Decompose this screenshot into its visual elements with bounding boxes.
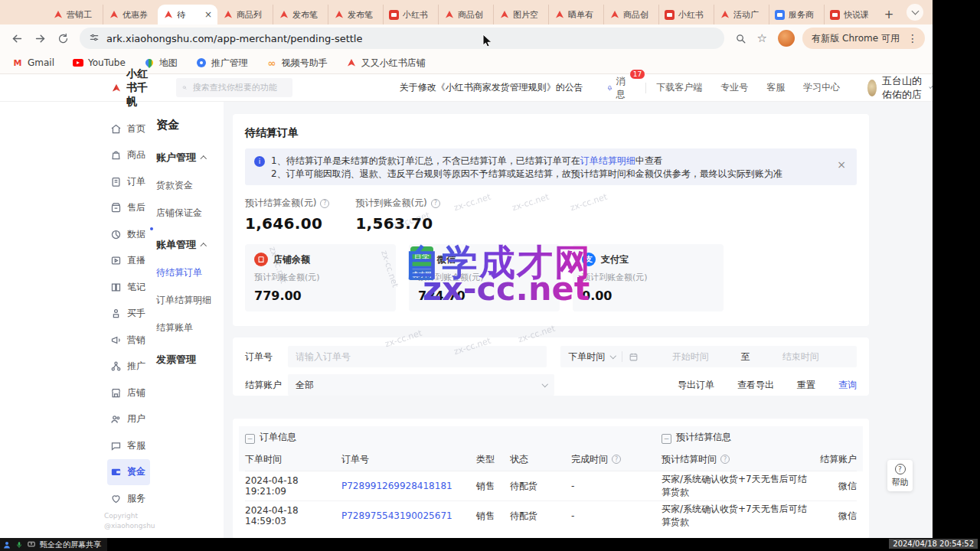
header-link-download[interactable]: 下载客户端 bbox=[656, 81, 702, 94]
bookmark-star-icon[interactable]: ☆ bbox=[753, 30, 770, 47]
submenu-item-deposit[interactable]: 店铺保证金 bbox=[156, 207, 224, 220]
view-export-button[interactable]: 查看导出 bbox=[737, 379, 774, 392]
start-time-placeholder[interactable]: 开始时间 bbox=[672, 350, 709, 364]
share-nodes-icon bbox=[110, 360, 122, 372]
end-time-placeholder[interactable]: 结束时间 bbox=[782, 350, 819, 364]
bookmark-promotion[interactable]: 推广管理 bbox=[196, 57, 248, 70]
browser-tab[interactable]: 优惠券 bbox=[103, 5, 158, 24]
rail-item-data[interactable]: 数据 bbox=[107, 221, 150, 248]
cell-status: 待配货 bbox=[510, 480, 571, 493]
new-tab-button[interactable]: + bbox=[879, 5, 899, 24]
screen-share-indicator[interactable]: 甄全全的屏幕共享 bbox=[0, 538, 107, 551]
order-no-input[interactable] bbox=[288, 346, 547, 367]
menu-more-icon[interactable]: ⋮ bbox=[905, 32, 920, 44]
tab-label: 营销工 bbox=[67, 9, 97, 21]
submenu-item-loan-funds[interactable]: 货款资金 bbox=[156, 179, 224, 192]
rail-item-home[interactable]: 首页 bbox=[107, 116, 150, 142]
settle-detail-link[interactable]: 订单结算明细 bbox=[580, 155, 635, 166]
rail-item-aftersale[interactable]: 售后 bbox=[107, 195, 150, 222]
browser-tab[interactable]: 商品创 bbox=[603, 5, 658, 24]
reset-button[interactable]: 重置 bbox=[797, 379, 815, 392]
back-button[interactable] bbox=[8, 29, 26, 47]
settle-account-select[interactable]: 全部 bbox=[288, 374, 554, 396]
chevron-down-icon bbox=[929, 84, 933, 89]
browser-tab[interactable]: 发布笔 bbox=[273, 5, 328, 24]
submenu-item-pending-settle[interactable]: 待结算订单 bbox=[156, 266, 224, 279]
header-link-support[interactable]: 客服 bbox=[766, 81, 785, 94]
rail-item-services[interactable]: 服务 bbox=[107, 485, 150, 512]
time-type-select[interactable]: 下单时间 bbox=[568, 350, 605, 364]
messages-button[interactable]: 消息 17 bbox=[606, 75, 629, 101]
rail-item-funds[interactable]: 资金 bbox=[107, 459, 150, 486]
rail-label: 商品 bbox=[127, 148, 145, 161]
rail-item-live[interactable]: 直播 bbox=[107, 248, 150, 275]
bookmark-channels[interactable]: ∞视频号助手 bbox=[266, 57, 328, 70]
forward-button[interactable] bbox=[31, 29, 49, 47]
rail-item-orders[interactable]: 订单 bbox=[107, 168, 150, 195]
question-icon[interactable]: ? bbox=[320, 199, 329, 208]
header-link-pro[interactable]: 专业号 bbox=[720, 81, 748, 94]
site-settings-icon[interactable] bbox=[89, 32, 100, 45]
app-search-input[interactable] bbox=[191, 82, 286, 93]
submenu-section-invoice[interactable]: 发票管理 bbox=[156, 353, 224, 367]
browser-tab[interactable]: 小红书 bbox=[383, 5, 438, 24]
bookmark-xhs-shop[interactable]: 又又小红书店铺 bbox=[346, 57, 426, 70]
shop-menu[interactable]: 五台山的佑佑的店 bbox=[867, 74, 933, 102]
browser-tab[interactable]: 商品列 bbox=[217, 5, 273, 24]
account-name: 支付宝 bbox=[601, 253, 629, 266]
brand[interactable]: 小红书千帆 bbox=[112, 67, 156, 109]
browser-tab[interactable]: 发布笔 bbox=[328, 5, 383, 24]
rail-item-notes[interactable]: 笔记 bbox=[107, 274, 150, 301]
profile-avatar[interactable] bbox=[778, 30, 795, 47]
divider bbox=[622, 351, 622, 362]
rail-item-service[interactable]: 客服 bbox=[107, 432, 150, 459]
browser-tab-active[interactable]: 待× bbox=[158, 5, 217, 24]
question-icon[interactable]: ? bbox=[612, 455, 621, 464]
rail-label: 直播 bbox=[127, 254, 145, 267]
help-button[interactable]: ? 帮助 bbox=[887, 460, 913, 491]
browser-tab[interactable]: 图片空 bbox=[493, 5, 548, 24]
chrome-update-chip[interactable]: 有新版 Chrome 可用 ⋮ bbox=[802, 28, 925, 49]
submenu-section-bills[interactable]: 账单管理 bbox=[156, 238, 224, 252]
browser-tab[interactable]: 快说课 bbox=[824, 5, 879, 24]
browser-tab[interactable]: 营销工 bbox=[47, 5, 103, 24]
submenu-item-settle-detail[interactable]: 订单结算明细 bbox=[156, 294, 224, 307]
export-orders-button[interactable]: 导出订单 bbox=[678, 379, 714, 392]
header-link-learn[interactable]: 学习中心 bbox=[803, 81, 840, 94]
tab-close-icon[interactable]: × bbox=[204, 11, 212, 18]
stat-settle-amount: 预计结算金额(元)? 1,646.00 bbox=[245, 197, 329, 233]
collapse-icon[interactable]: − bbox=[245, 434, 255, 444]
rail-item-buyer[interactable]: 买手 bbox=[107, 301, 150, 328]
rail-item-goods[interactable]: 商品 bbox=[107, 142, 150, 169]
search-icon[interactable] bbox=[732, 30, 749, 47]
question-icon[interactable]: ? bbox=[431, 199, 440, 208]
tab-search-button[interactable] bbox=[906, 4, 923, 21]
cell-order-link[interactable]: P728991269928418181 bbox=[341, 481, 476, 491]
rail-item-promote[interactable]: 推广 bbox=[107, 354, 150, 380]
close-icon[interactable]: × bbox=[837, 159, 846, 170]
submenu-item-settle-bill[interactable]: 结算账单 bbox=[156, 321, 224, 334]
time-range-control[interactable]: 下单时间 开始时间 至 结束时间 bbox=[560, 346, 857, 367]
reload-button[interactable] bbox=[54, 29, 72, 47]
collapse-icon[interactable]: − bbox=[662, 434, 671, 444]
bookmark-gmail[interactable]: MGmail bbox=[12, 57, 54, 68]
rail-item-shop[interactable]: 店铺 bbox=[107, 380, 150, 406]
query-button[interactable]: 查询 bbox=[838, 379, 857, 392]
account-value: 0.00 bbox=[582, 289, 714, 303]
browser-tab[interactable]: 服务商 bbox=[769, 5, 824, 24]
rail-item-users[interactable]: 用户 bbox=[107, 406, 150, 433]
address-bar[interactable]: ark.xiaohongshu.com/app-merchant/pending… bbox=[80, 28, 724, 49]
table-header-row: 下单时间 订单号 类型 状态 完成时间? 预计结算时间? 结算账户 bbox=[245, 448, 857, 471]
browser-tab[interactable]: 晒单有 bbox=[548, 5, 603, 24]
submenu-section-account[interactable]: 账户管理 bbox=[156, 151, 224, 165]
rail-item-marketing[interactable]: 营销 bbox=[107, 327, 150, 354]
announcement-link[interactable]: 关于修改《小红书商家发货管理规则》的公告 bbox=[400, 81, 583, 94]
to-label: 至 bbox=[741, 350, 750, 364]
browser-tab[interactable]: 小红书 bbox=[658, 5, 714, 24]
ark-favicon bbox=[499, 10, 509, 20]
browser-tab[interactable]: 活动广 bbox=[714, 5, 769, 24]
cell-order-link[interactable]: P728975543190025671 bbox=[341, 510, 476, 521]
browser-tab[interactable]: 商品创 bbox=[438, 5, 493, 24]
question-icon[interactable]: ? bbox=[720, 455, 730, 464]
app-search-box[interactable] bbox=[176, 78, 292, 97]
